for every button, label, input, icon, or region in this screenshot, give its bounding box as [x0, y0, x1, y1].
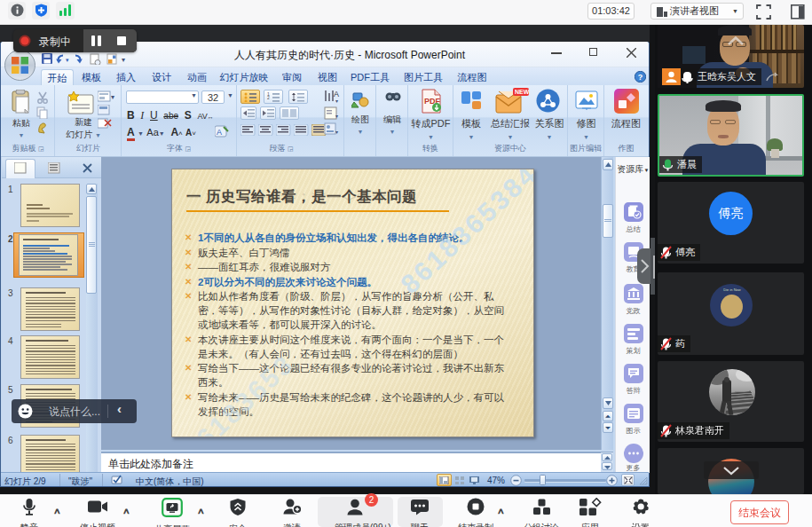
svg-text:▾: ▾ — [335, 98, 338, 104]
svg-text:▾: ▾ — [66, 57, 69, 63]
svg-text:▾: ▾ — [335, 114, 338, 119]
svg-text:A: A — [334, 90, 339, 98]
svg-text:▾: ▾ — [335, 130, 338, 135]
svg-text:NEW: NEW — [515, 89, 529, 95]
svg-text:▾: ▾ — [122, 56, 125, 64]
svg-text:▾: ▾ — [111, 93, 114, 101]
svg-text:2: 2 — [267, 95, 270, 100]
svg-text:?: ? — [638, 73, 643, 82]
svg-text:A: A — [217, 128, 222, 137]
